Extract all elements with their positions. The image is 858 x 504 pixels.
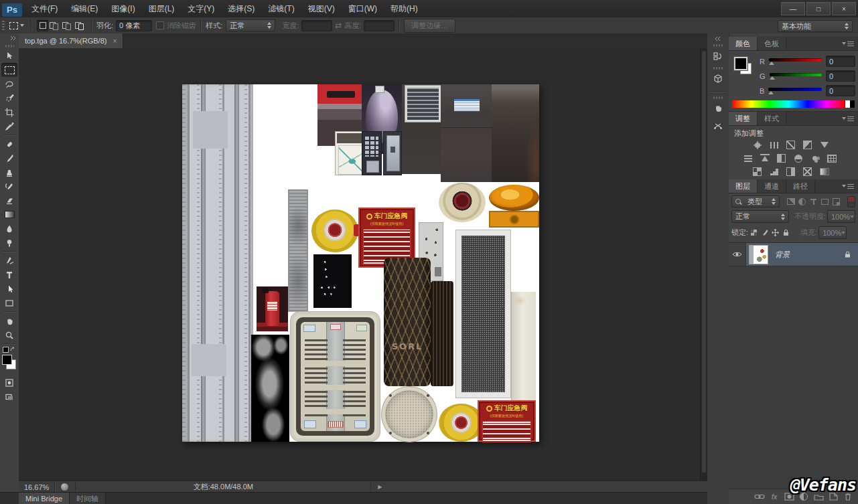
refine-edge-button[interactable]: 调整边缘… (404, 19, 455, 33)
collapse-tools-icon[interactable] (0, 33, 19, 44)
menu-window[interactable]: 窗口(W) (342, 0, 384, 17)
minimize-button[interactable]: — (781, 2, 805, 15)
workspace-switcher[interactable]: 基本功能 (778, 20, 853, 32)
expand-dock-icon[interactable] (707, 33, 729, 41)
blend-mode-dropdown[interactable]: 正常 (731, 210, 789, 223)
menu-type[interactable]: 文字(Y) (181, 0, 221, 17)
tab-layers[interactable]: 图层 (729, 179, 758, 193)
red-slider-thumb[interactable] (769, 62, 774, 65)
filter-kind-dropdown[interactable]: 类型 (731, 195, 780, 207)
menu-layer[interactable]: 图层(L) (142, 0, 182, 17)
layer-thumbnail[interactable] (749, 245, 768, 264)
panel-menu-icon[interactable] (842, 112, 858, 125)
tool-presets-panel-icon[interactable] (709, 118, 727, 134)
tool-preset-picker[interactable] (7, 22, 27, 29)
quick-mask-button[interactable] (1, 375, 17, 390)
quick-selection-tool[interactable] (1, 91, 17, 105)
rectangular-marquee-tool[interactable] (1, 63, 17, 77)
selective-color-icon[interactable] (799, 167, 816, 177)
type-tool[interactable] (1, 268, 17, 282)
tab-adjustments[interactable]: 调整 (729, 112, 758, 125)
fill-value[interactable]: 100% (818, 226, 847, 239)
link-layers-icon[interactable] (752, 491, 767, 503)
gradient-map-icon[interactable] (816, 167, 833, 177)
foreground-color-swatch[interactable] (2, 355, 12, 365)
panel-menu-icon[interactable] (842, 37, 858, 50)
red-slider-track[interactable] (769, 58, 822, 62)
levels-icon[interactable] (766, 140, 782, 150)
zoom-level-field[interactable]: 16.67% (24, 483, 49, 491)
tab-mini-bridge[interactable]: Mini Bridge (19, 493, 70, 504)
crop-tool[interactable] (1, 105, 17, 119)
selection-mode-intersect[interactable] (75, 20, 86, 31)
lock-all-icon[interactable] (780, 228, 791, 238)
selection-mode-new[interactable] (37, 20, 48, 31)
invert-icon[interactable] (749, 167, 766, 177)
lock-transparency-icon[interactable] (748, 228, 759, 238)
pasteboard[interactable]: 车门应急阀 (仅限紧急情况时使用) SORL (19, 48, 707, 481)
brush-tool[interactable] (1, 151, 17, 165)
posterize-icon[interactable] (766, 167, 782, 177)
path-selection-tool[interactable] (1, 282, 17, 296)
filter-shape-layers-icon[interactable] (819, 197, 831, 207)
menu-view[interactable]: 视图(V) (301, 0, 342, 17)
tab-swatches[interactable]: 色板 (758, 37, 786, 50)
spot-healing-brush-tool[interactable] (1, 137, 17, 151)
eye-icon[interactable] (732, 251, 742, 258)
channel-mixer-icon[interactable] (806, 153, 823, 163)
vibrance-icon[interactable] (816, 140, 833, 150)
pen-tool[interactable] (1, 254, 17, 268)
maximize-button[interactable]: □ (806, 2, 831, 15)
swap-dimensions-icon[interactable]: ⇄ (335, 21, 342, 30)
filter-smart-objects-icon[interactable] (831, 197, 842, 207)
swap-colors-icon[interactable] (10, 347, 16, 353)
rectangle-shape-tool[interactable] (1, 296, 17, 310)
menu-file[interactable]: 文件(F) (25, 0, 64, 17)
lasso-tool[interactable] (1, 77, 17, 91)
layer-row-background[interactable]: 背景 (729, 243, 858, 266)
red-value[interactable]: 0 (826, 56, 855, 67)
selection-mode-subtract[interactable] (62, 20, 74, 31)
blue-value[interactable]: 0 (826, 85, 855, 96)
selection-mode-add[interactable] (50, 20, 61, 31)
eyedropper-tool[interactable] (1, 119, 17, 133)
curves-icon[interactable] (782, 140, 799, 150)
status-flyout-icon[interactable]: ▶ (378, 484, 382, 490)
lock-position-icon[interactable] (770, 228, 780, 238)
tab-paths[interactable]: 路径 (786, 179, 815, 193)
menu-filter[interactable]: 滤镜(T) (261, 0, 301, 17)
document-tab[interactable]: top.tga @ 16.7%(RGB/8) × (19, 33, 123, 48)
color-spectrum-ramp[interactable] (732, 100, 855, 108)
menu-edit[interactable]: 编辑(E) (64, 0, 104, 17)
panel-menu-icon[interactable] (842, 179, 858, 193)
blue-slider-thumb[interactable] (768, 91, 774, 94)
antialias-checkbox[interactable] (156, 21, 164, 29)
history-panel-icon[interactable] (709, 48, 727, 64)
tab-timeline[interactable]: 时间轴 (70, 493, 106, 504)
menu-image[interactable]: 图像(I) (104, 0, 141, 17)
filter-adjustment-layers-icon[interactable] (796, 197, 808, 207)
scrollbar-thumb[interactable] (702, 51, 706, 473)
style-dropdown[interactable]: 正常 (226, 19, 275, 31)
vertical-scrollbar[interactable] (700, 48, 707, 481)
menu-help[interactable]: 帮助(H) (384, 0, 425, 17)
menu-select[interactable]: 选择(S) (221, 0, 261, 17)
gradient-tool[interactable] (1, 207, 17, 222)
move-tool[interactable] (1, 49, 17, 63)
dodge-tool[interactable] (1, 236, 17, 250)
layer-row-highlight[interactable]: 背景 (746, 243, 858, 266)
zoom-tool[interactable] (1, 328, 17, 342)
color-fg-bg-swatches[interactable] (734, 57, 754, 77)
foreground-background-colors[interactable] (1, 354, 17, 371)
tab-color[interactable]: 颜色 (729, 37, 758, 50)
green-value[interactable]: 0 (826, 70, 855, 82)
layer-name[interactable]: 背景 (775, 250, 790, 260)
brightness-contrast-icon[interactable] (749, 140, 766, 150)
canvas[interactable]: 车门应急阀 (仅限紧急情况时使用) SORL (182, 84, 539, 442)
photo-filter-icon[interactable] (790, 153, 806, 163)
actions-panel-icon[interactable] (709, 100, 727, 116)
blur-tool[interactable] (1, 222, 17, 236)
tab-styles[interactable]: 样式 (758, 112, 786, 125)
exposure-icon[interactable] (799, 140, 816, 150)
default-colors-icon[interactable] (3, 347, 9, 353)
